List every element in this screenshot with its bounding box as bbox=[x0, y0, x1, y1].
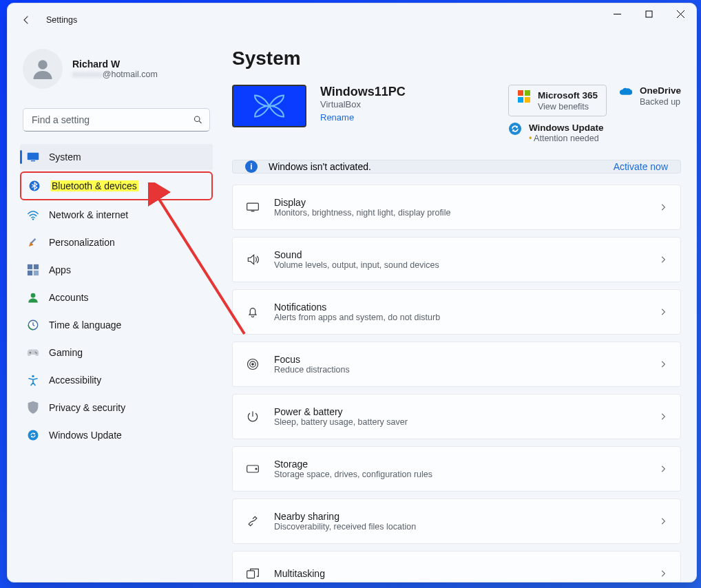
svg-rect-19 bbox=[525, 90, 530, 96]
accounts-icon bbox=[27, 291, 39, 304]
maximize-button[interactable] bbox=[633, 3, 665, 24]
panel-sound[interactable]: SoundVolume levels, output, input, sound… bbox=[232, 237, 681, 282]
nav-item-network[interactable]: Network & internet bbox=[20, 202, 213, 228]
panel-title: Sound bbox=[274, 249, 439, 260]
nav-label: Windows Update bbox=[49, 430, 122, 441]
nav-item-time[interactable]: Time & language bbox=[20, 312, 213, 338]
panel-power[interactable]: Power & batterySleep, battery usage, bat… bbox=[232, 394, 681, 439]
back-button[interactable] bbox=[13, 6, 41, 34]
svg-point-16 bbox=[32, 375, 34, 377]
svg-rect-23 bbox=[247, 203, 259, 210]
apps-icon bbox=[27, 264, 39, 276]
nav-label: Accessibility bbox=[49, 375, 101, 386]
panel-sub: Reduce distractions bbox=[274, 365, 350, 375]
tile-microsoft-365[interactable]: Microsoft 365View benefits bbox=[508, 85, 607, 116]
chevron-right-icon bbox=[658, 464, 668, 474]
nav-item-accounts[interactable]: Accounts bbox=[20, 284, 213, 311]
privacy-icon bbox=[27, 401, 39, 414]
nav-item-privacy[interactable]: Privacy & security bbox=[20, 395, 213, 421]
focus-icon bbox=[245, 357, 260, 372]
svg-rect-4 bbox=[31, 160, 35, 161]
nearby-icon bbox=[245, 514, 260, 529]
panel-nearby[interactable]: Nearby sharingDiscoverability, received … bbox=[232, 498, 681, 544]
power-icon bbox=[245, 409, 260, 424]
rename-link[interactable]: Rename bbox=[320, 112, 406, 123]
activate-link[interactable]: Activate now bbox=[614, 161, 668, 172]
nav-item-bluetooth[interactable]: Bluetooth & devices bbox=[21, 173, 211, 199]
chevron-right-icon bbox=[658, 307, 668, 317]
panel-sub: Storage space, drives, configuration rul… bbox=[274, 470, 432, 479]
app-title: Settings bbox=[46, 15, 77, 25]
multitasking-icon bbox=[245, 566, 260, 581]
svg-point-28 bbox=[255, 468, 257, 470]
svg-point-14 bbox=[35, 351, 36, 353]
activation-notice[interactable]: i Windows isn't activated. Activate now bbox=[232, 160, 681, 174]
nav-item-gaming[interactable]: Gaming bbox=[20, 339, 213, 366]
sound-icon bbox=[245, 252, 260, 267]
svg-point-6 bbox=[32, 218, 34, 220]
chevron-right-icon bbox=[658, 516, 668, 526]
pc-sub: VirtualBox bbox=[320, 99, 406, 109]
chevron-right-icon bbox=[658, 569, 668, 578]
panel-focus[interactable]: FocusReduce distractions bbox=[232, 342, 681, 387]
minimize-button[interactable] bbox=[601, 3, 633, 24]
chevron-right-icon bbox=[658, 359, 668, 369]
svg-point-26 bbox=[252, 364, 254, 366]
nav-label: Gaming bbox=[49, 347, 83, 358]
nav-item-apps[interactable]: Apps bbox=[20, 257, 213, 283]
profile-block[interactable]: Richard W xxxxxxx@hotmail.com bbox=[20, 46, 213, 101]
nav-item-accessibility[interactable]: Accessibility bbox=[20, 367, 213, 393]
chevron-right-icon bbox=[658, 255, 668, 264]
tile-windows-update[interactable]: Windows UpdateAttention needed bbox=[508, 122, 607, 144]
close-button[interactable] bbox=[665, 3, 696, 24]
panel-notifications[interactable]: NotificationsAlerts from apps and system… bbox=[232, 289, 681, 335]
search-input[interactable] bbox=[23, 108, 210, 132]
onedrive-icon bbox=[619, 85, 633, 98]
svg-rect-7 bbox=[30, 238, 36, 244]
svg-rect-10 bbox=[28, 271, 32, 275]
settings-panels: DisplayMonitors, brightness, night light… bbox=[227, 185, 681, 582]
chevron-right-icon bbox=[658, 202, 668, 212]
nav-label: Network & internet bbox=[49, 209, 128, 220]
panel-sub: Sleep, battery usage, battery saver bbox=[274, 417, 408, 427]
nav-item-update[interactable]: Windows Update bbox=[20, 422, 213, 448]
nav-item-personalization[interactable]: Personalization bbox=[20, 229, 213, 255]
desktop-thumbnail bbox=[232, 85, 306, 127]
nav-label: System bbox=[49, 151, 81, 162]
info-icon: i bbox=[245, 160, 258, 173]
svg-rect-11 bbox=[34, 271, 39, 275]
svg-rect-0 bbox=[646, 11, 652, 17]
panel-storage[interactable]: StorageStorage space, drives, configurat… bbox=[232, 446, 681, 492]
svg-rect-9 bbox=[34, 264, 39, 269]
svg-rect-21 bbox=[525, 97, 530, 103]
system-icon bbox=[27, 151, 39, 163]
window-controls bbox=[601, 3, 696, 24]
profile-name: Richard W bbox=[72, 59, 158, 70]
panel-title: Notifications bbox=[274, 302, 440, 313]
display-icon bbox=[245, 200, 260, 215]
tile-onedrive[interactable]: OneDriveBacked up bbox=[619, 85, 681, 116]
nav-item-system[interactable]: System bbox=[20, 144, 213, 170]
panel-sub: Volume levels, output, input, sound devi… bbox=[274, 260, 439, 270]
svg-point-2 bbox=[195, 116, 200, 122]
svg-point-15 bbox=[36, 353, 37, 354]
notifications-icon bbox=[245, 304, 260, 319]
windows-update-icon bbox=[508, 122, 522, 136]
svg-point-1 bbox=[38, 60, 48, 70]
sidebar: Richard W xxxxxxx@hotmail.com SystemBlue… bbox=[8, 36, 221, 582]
settings-window: Settings Richard W xxxxxxx@hotmail.com bbox=[7, 3, 697, 582]
panel-title: Power & battery bbox=[274, 406, 408, 417]
panel-display[interactable]: DisplayMonitors, brightness, night light… bbox=[232, 185, 681, 230]
svg-rect-18 bbox=[518, 90, 523, 96]
svg-point-17 bbox=[28, 430, 39, 441]
panel-sub: Discoverability, received files location bbox=[274, 522, 416, 532]
update-icon bbox=[27, 429, 39, 441]
panel-title: Multitasking bbox=[274, 568, 325, 579]
pc-block[interactable]: Windows11PC VirtualBox Rename bbox=[232, 85, 406, 143]
panel-title: Nearby sharing bbox=[274, 511, 416, 522]
svg-point-12 bbox=[31, 293, 36, 298]
gaming-icon bbox=[27, 346, 39, 359]
panel-multitasking[interactable]: Multitasking bbox=[232, 551, 681, 582]
panel-sub: Monitors, brightness, night light, displ… bbox=[274, 208, 450, 218]
search-icon bbox=[193, 115, 203, 125]
